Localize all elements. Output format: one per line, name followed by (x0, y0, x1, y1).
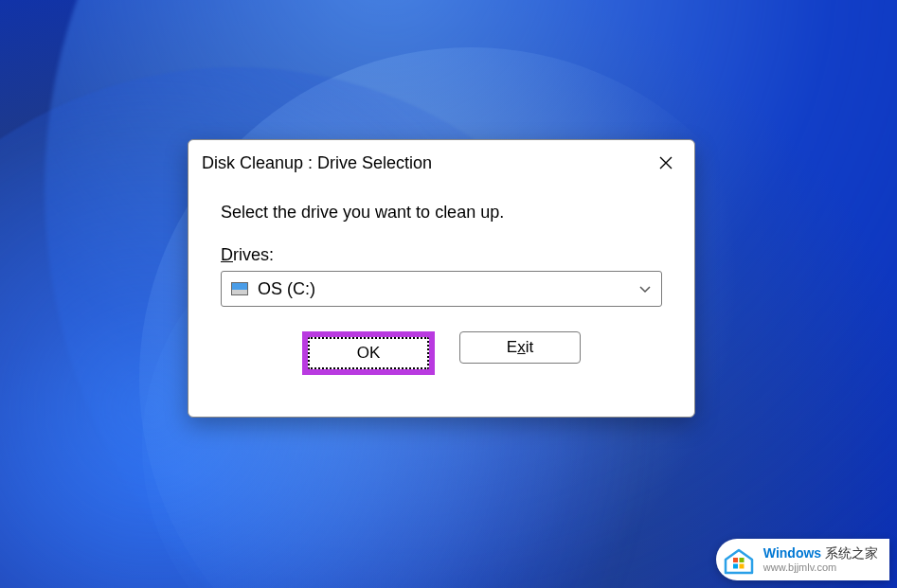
chevron-down-icon (638, 282, 652, 295)
watermark-url: www.bjjmlv.com (763, 561, 878, 573)
svg-rect-1 (739, 558, 744, 562)
watermark-title: Windows 系统之家 (763, 546, 878, 561)
disk-cleanup-dialog: Disk Cleanup : Drive Selection Select th… (188, 139, 695, 418)
drive-icon (231, 282, 248, 295)
close-icon (659, 156, 673, 169)
svg-rect-3 (739, 564, 744, 569)
ok-highlight-marker: OK (302, 331, 435, 375)
drive-select[interactable]: OS (C:) (221, 271, 662, 307)
watermark-logo (722, 543, 756, 577)
ok-button[interactable]: OK (308, 337, 429, 369)
watermark: Windows 系统之家 www.bjjmlv.com (716, 539, 889, 580)
watermark-text: Windows 系统之家 www.bjjmlv.com (763, 546, 878, 572)
drives-label: Drives: (221, 245, 662, 265)
svg-rect-0 (733, 558, 738, 562)
dialog-title: Disk Cleanup : Drive Selection (202, 153, 432, 173)
close-button[interactable] (651, 148, 681, 178)
drive-selected-value: OS (C:) (258, 279, 629, 299)
instruction-text: Select the drive you want to clean up. (221, 203, 662, 223)
button-row: OK Exit (221, 331, 662, 375)
svg-rect-2 (733, 564, 738, 569)
dialog-body: Select the drive you want to clean up. D… (188, 186, 694, 417)
titlebar: Disk Cleanup : Drive Selection (188, 140, 694, 186)
exit-button[interactable]: Exit (459, 331, 581, 364)
